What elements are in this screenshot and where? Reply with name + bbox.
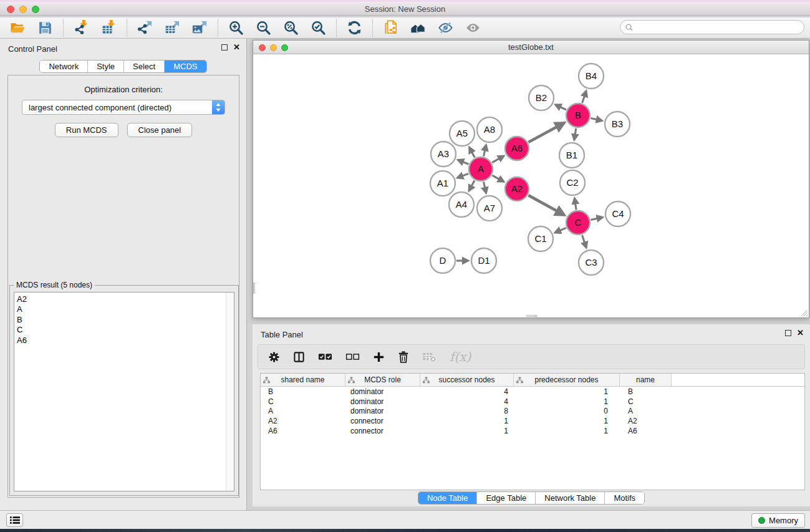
float-panel-icon[interactable] <box>221 44 228 51</box>
show-panels-icon[interactable] <box>465 19 481 36</box>
edge-A-A3[interactable] <box>458 160 468 164</box>
zoom-fit-icon[interactable] <box>282 19 299 36</box>
mcds-result-item[interactable]: A <box>17 304 234 314</box>
table-cell[interactable]: dominator <box>345 387 420 396</box>
graph-node-A3[interactable]: A3 <box>431 142 456 167</box>
graph-node-A[interactable]: A <box>469 157 493 181</box>
table-row[interactable]: Bdominator41B <box>261 387 804 397</box>
close-table-panel-icon[interactable]: ✕ <box>797 330 804 336</box>
edge-A-A4[interactable] <box>469 180 475 190</box>
table-cell[interactable]: dominator <box>345 407 420 415</box>
graph-node-C[interactable]: C <box>566 211 590 235</box>
select-all-checkboxes-icon[interactable] <box>318 352 332 361</box>
graph-node-A2[interactable]: A2 <box>505 177 529 201</box>
edge-A-A7[interactable] <box>484 181 486 193</box>
tab-motifs[interactable]: Motifs <box>605 492 644 504</box>
graph-node-C3[interactable]: C3 <box>579 250 604 275</box>
zoom-selected-icon[interactable] <box>310 19 327 36</box>
column-header-predecessor-nodes[interactable]: predecessor nodes <box>514 374 620 386</box>
table-row[interactable]: Adominator80A <box>261 406 804 416</box>
optimization-criterion-select[interactable]: largest connected component (directed) <box>22 100 225 115</box>
table-cell[interactable]: connector <box>345 427 420 435</box>
edge-A2-C[interactable] <box>528 195 564 215</box>
deselect-all-checkboxes-icon[interactable] <box>345 352 360 361</box>
close-panel-icon[interactable]: ✕ <box>233 44 240 51</box>
graph-node-C1[interactable]: C1 <box>528 226 553 251</box>
open-session-icon[interactable] <box>9 19 26 36</box>
graph-node-B3[interactable]: B3 <box>605 112 630 137</box>
save-session-icon[interactable] <box>37 19 54 36</box>
run-mcds-button[interactable]: Run MCDS <box>55 123 118 137</box>
float-table-panel-icon[interactable] <box>785 330 791 336</box>
table-cell[interactable]: 8 <box>420 407 514 415</box>
table-cell[interactable]: A2 <box>620 417 672 425</box>
close-panel-button[interactable]: Close panel <box>127 123 193 137</box>
task-history-button[interactable] <box>6 513 23 527</box>
mcds-result-item[interactable]: C <box>17 325 234 335</box>
search-box[interactable] <box>620 20 804 34</box>
graph-node-B[interactable]: B <box>566 104 590 127</box>
export-network-icon[interactable] <box>137 19 153 36</box>
graph-node-D1[interactable]: D1 <box>471 248 496 273</box>
table-row[interactable]: Cdominator41C <box>261 397 804 407</box>
graph-node-A6[interactable]: A6 <box>505 137 529 160</box>
table-cell[interactable]: dominator <box>345 397 420 406</box>
column-header-name[interactable]: name <box>620 374 672 386</box>
edge-A-A8[interactable] <box>484 145 486 157</box>
edge-A-A2[interactable] <box>492 175 503 181</box>
search-input[interactable] <box>634 23 804 32</box>
graph-node-C2[interactable]: C2 <box>560 170 585 195</box>
table-cell[interactable]: 1 <box>420 427 514 435</box>
edge-B-B1[interactable] <box>574 128 576 140</box>
edge-A-A1[interactable] <box>458 173 469 178</box>
table-cell[interactable]: B <box>620 387 672 396</box>
apply-preferred-layout-icon[interactable] <box>346 19 363 36</box>
table-row[interactable]: A2connector11A2 <box>261 416 804 426</box>
network-canvas[interactable]: B4B2BB3A8A5A6A3B1AC2A1A2A4A7C4CC1C3DD1 <box>253 55 809 317</box>
graph-node-C4[interactable]: C4 <box>605 201 630 226</box>
import-network-icon[interactable] <box>73 19 90 36</box>
table-settings-gear-icon[interactable] <box>268 351 280 363</box>
table-cell[interactable]: A6 <box>261 427 345 435</box>
tab-style[interactable]: Style <box>88 60 124 72</box>
graph-node-B2[interactable]: B2 <box>529 85 554 110</box>
table-cell[interactable]: connector <box>345 417 420 425</box>
tab-edge-table[interactable]: Edge Table <box>477 492 536 504</box>
edge-B-B4[interactable] <box>582 91 586 103</box>
memory-button[interactable]: Memory <box>751 513 805 528</box>
table-cell[interactable]: 1 <box>514 387 620 396</box>
table-cell[interactable]: C <box>261 397 345 406</box>
table-cell[interactable]: 1 <box>514 397 620 406</box>
result-list-scrollbar[interactable] <box>226 293 234 491</box>
column-header-shared-name[interactable]: shared name <box>261 374 345 386</box>
edge-C-C1[interactable] <box>555 228 566 233</box>
table-cell[interactable]: 1 <box>514 427 620 435</box>
column-header-MCDS-role[interactable]: MCDS role <box>345 374 420 386</box>
table-cell[interactable]: A <box>620 407 672 415</box>
graph-node-D[interactable]: D <box>430 248 455 273</box>
edge-C-C3[interactable] <box>582 235 587 248</box>
tab-select[interactable]: Select <box>124 60 165 72</box>
edge-A-A5[interactable] <box>470 147 475 157</box>
table-cell[interactable]: 4 <box>420 387 514 396</box>
edge-C-C2[interactable] <box>575 198 577 210</box>
graph-node-B1[interactable]: B1 <box>559 143 584 168</box>
table-cell[interactable]: A2 <box>261 417 345 425</box>
edge-A-A6[interactable] <box>492 156 504 163</box>
table-cell[interactable]: A <box>261 407 345 415</box>
mcds-result-item[interactable]: B <box>17 315 234 325</box>
graph-node-A4[interactable]: A4 <box>449 192 474 217</box>
delete-columns-icon[interactable] <box>398 351 409 363</box>
import-table-icon[interactable] <box>100 19 117 36</box>
resize-grip-icon[interactable] <box>799 308 808 317</box>
splitter-handle-bottom[interactable] <box>526 315 538 317</box>
edge-B-B2[interactable] <box>556 105 566 110</box>
tab-network-table[interactable]: Network Table <box>536 492 605 504</box>
table-cell[interactable]: 1 <box>420 417 514 425</box>
mcds-result-item[interactable]: A6 <box>17 336 234 346</box>
home-icon[interactable] <box>410 19 427 36</box>
mcds-result-list[interactable]: A2ABCA6 <box>14 292 234 491</box>
tab-network[interactable]: Network <box>40 60 88 72</box>
mcds-result-item[interactable]: A2 <box>17 294 234 304</box>
network-window-titlebar[interactable]: testGlobe.txt <box>253 41 809 54</box>
